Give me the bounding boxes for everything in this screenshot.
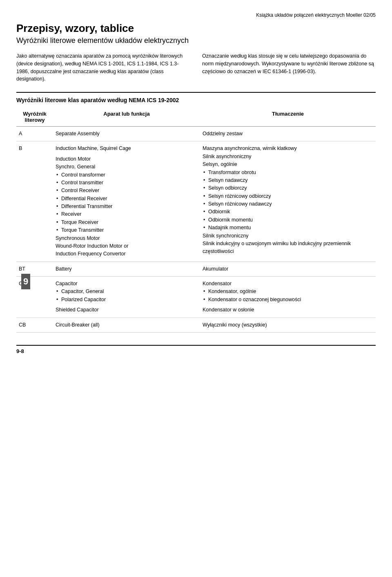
book-title: Książka układów połączeń elektrycznych M… — [16, 12, 376, 18]
row-letter: CB — [16, 318, 53, 332]
row-translation: KondensatorKondensator, ogólnieKondensat… — [200, 277, 376, 318]
main-title: Przepisy, wzory, tablice — [16, 22, 376, 35]
row-function: Battery — [53, 262, 200, 276]
table-row: A Separate Assembly Oddzielny zestaw — [16, 127, 376, 141]
page-footer: 9-8 — [16, 345, 376, 354]
col-header-tlumaczenie: Tłumaczenie — [200, 107, 376, 127]
subtitle: Wyróżniki literowe elementów układów ele… — [16, 36, 376, 45]
table-row: C CapacitorCapacitor, GeneralPolarized C… — [16, 277, 376, 318]
sidebar-number: 9 — [21, 274, 30, 289]
row-translation: Maszyna asynchroniczna, wirnik klatkowyS… — [200, 141, 376, 262]
main-table: Wyróżnikliterowy Aparat lub funkcja Tłum… — [16, 107, 376, 333]
row-translation: Akumulator — [200, 262, 376, 276]
row-translation: Oddzielny zestaw — [200, 127, 376, 141]
table-row: BT Battery Akumulator — [16, 262, 376, 276]
col-header-aparat: Aparat lub funkcja — [53, 107, 200, 127]
table-row: B Induction Machine, Squirrel CageInduct… — [16, 141, 376, 262]
intro-left: Jako alternatywę oznaczania aparatów za … — [16, 52, 190, 83]
row-function: Induction Machine, Squirrel CageInductio… — [53, 141, 200, 262]
section-title: Wyróżniki literowe klas aparatów według … — [16, 97, 376, 103]
row-function: CapacitorCapacitor, GeneralPolarized Cap… — [53, 277, 200, 318]
intro-right: Oznaczanie według klas stosuje się w cel… — [202, 52, 376, 83]
row-letter: A — [16, 127, 53, 141]
table-row: CB Circuit-Breaker (all) Wyłączniki mocy… — [16, 318, 376, 332]
intro-section: Jako alternatywę oznaczania aparatów za … — [16, 52, 376, 83]
table-header: Wyróżnikliterowy Aparat lub funkcja Tłum… — [16, 107, 376, 127]
row-function: Circuit-Breaker (all) — [53, 318, 200, 332]
row-function: Separate Assembly — [53, 127, 200, 141]
col-header-wyroznik: Wyróżnikliterowy — [16, 107, 53, 127]
row-letter: B — [16, 141, 53, 262]
top-divider — [16, 92, 376, 93]
row-translation: Wyłączniki mocy (wszystkie) — [200, 318, 376, 332]
